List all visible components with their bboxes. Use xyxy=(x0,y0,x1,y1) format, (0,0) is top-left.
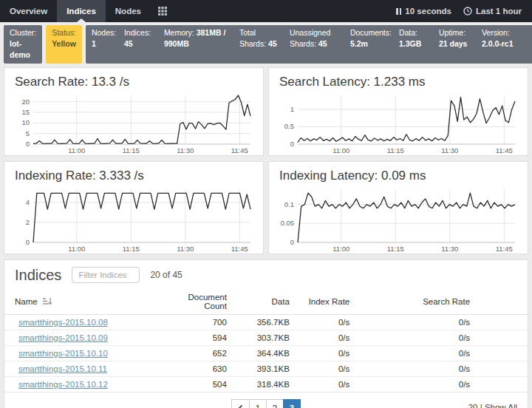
data-size-cell: 318.4KB xyxy=(227,376,290,392)
charts-row-1: Search Rate: 13.3 /s 11:0011:1511:3011:4… xyxy=(4,67,528,156)
x-axis-tick-label: 11:30 xyxy=(441,245,458,253)
cluster-status-bar: Cluster: lot-demo Status: Yellow Nodes: … xyxy=(4,25,528,64)
search-rate-cell: 0/s xyxy=(349,361,470,376)
search-rate-cell: 0/s xyxy=(349,314,470,330)
search-rate-cell: 0/s xyxy=(349,376,470,392)
page-size-control: 20 | Show All xyxy=(468,403,517,408)
indexing-rate-title: Indexing Rate: 3.333 /s xyxy=(4,162,263,185)
indexing-latency-panel: Indexing Latency: 0.09 ms 11:0011:1511:3… xyxy=(268,161,528,254)
filter-indices-input[interactable] xyxy=(72,267,140,283)
column-header-spacer xyxy=(470,290,528,315)
chart-line xyxy=(33,193,250,242)
pagination-page-1[interactable]: 1 xyxy=(249,399,267,408)
y-axis-tick-label: 10 xyxy=(21,118,30,126)
status-cell-label: Indices: xyxy=(124,28,151,37)
charts-row-2: Indexing Rate: 3.333 /s 11:0011:1511:301… xyxy=(4,161,528,254)
apps-grid-button[interactable] xyxy=(151,0,174,22)
status-cell-label: Nodes: xyxy=(92,28,116,37)
pager: 123 xyxy=(231,399,301,408)
index-rate-cell: 0/s xyxy=(290,330,349,345)
indices-panel: Indices 20 of 45 Name xyxy=(4,259,528,408)
chart-line xyxy=(33,95,250,143)
search-rate-cell: 0/s xyxy=(349,330,470,345)
cluster-metrics-strip: Nodes: 1Indices: 45Memory: 381MB / 990MB… xyxy=(86,25,532,64)
nav-tab-overview[interactable]: Overview xyxy=(0,0,57,22)
status-cell-value: 45 xyxy=(268,39,277,48)
index-link[interactable]: smartthings-2015.10.09 xyxy=(18,333,108,342)
x-axis-tick-label: 11:00 xyxy=(68,146,85,154)
index-link[interactable]: smartthings-2015.10.12 xyxy=(18,380,108,389)
indices-table: Name Document Count Data Index Rate Sear… xyxy=(4,290,528,392)
status-cell-nodes: Nodes: 1 xyxy=(87,27,120,61)
chevron-left-icon xyxy=(237,404,244,408)
status-cell-label: Memory: xyxy=(164,28,197,37)
document-count-cell: 504 xyxy=(177,376,227,392)
x-axis-tick-label: 11:45 xyxy=(231,245,248,253)
page-size-divider: | xyxy=(480,403,482,408)
search-rate-panel: Search Rate: 13.3 /s 11:0011:1511:3011:4… xyxy=(4,67,264,156)
column-header-index-rate[interactable]: Index Rate xyxy=(290,290,349,315)
top-navbar: Overview Indices Nodes 10 seconds Last 1… xyxy=(0,0,532,22)
show-all-link[interactable]: Show All xyxy=(485,403,517,408)
index-rate-cell: 0/s xyxy=(290,376,349,392)
x-axis-tick-label: 11:15 xyxy=(387,146,404,154)
index-link[interactable]: smartthings-2015.10.10 xyxy=(18,349,108,358)
nav-tab-nodes[interactable]: Nodes xyxy=(106,0,151,22)
y-axis-tick-label: 0 xyxy=(26,140,30,148)
search-rate-title: Search Rate: 13.3 /s xyxy=(4,68,263,91)
cluster-value: lot-demo xyxy=(10,39,30,59)
table-row: smartthings-2015.10.12504318.4KB0/s0/s xyxy=(4,376,528,392)
status-cell-memory: Memory: 381MB / 990MB xyxy=(160,27,235,61)
page-size-value: 20 xyxy=(468,403,478,408)
refresh-interval-control[interactable]: 10 seconds xyxy=(393,7,454,16)
document-count-cell: 700 xyxy=(177,314,227,330)
column-header-document-count[interactable]: Document Count xyxy=(177,290,227,315)
time-range-control[interactable]: Last 1 hour xyxy=(460,7,525,16)
column-header-search-rate[interactable]: Search Rate xyxy=(349,290,470,315)
nav-tab-indices-label: Indices xyxy=(66,7,96,16)
grid-icon xyxy=(158,7,167,16)
table-row: smartthings-2015.10.09594303.7KB0/s0/s xyxy=(4,330,528,345)
spacer-cell xyxy=(470,314,528,330)
x-axis-tick-label: 11:15 xyxy=(123,146,140,154)
table-row: smartthings-2015.10.10652364.4KB0/s0/s xyxy=(4,345,528,361)
pagination-page-3[interactable]: 3 xyxy=(283,399,301,408)
indexing-rate-chart[interactable]: 11:0011:1511:3011:45024 xyxy=(8,185,259,254)
column-header-data[interactable]: Data xyxy=(227,290,290,315)
cluster-name-cell: Cluster: lot-demo xyxy=(4,25,42,64)
x-axis-tick-label: 11:45 xyxy=(496,146,513,154)
y-axis-tick-label: 15 xyxy=(21,108,30,116)
spacer-cell xyxy=(470,345,528,361)
data-size-cell: 356.7KB xyxy=(227,314,290,330)
column-header-name[interactable]: Name xyxy=(4,290,177,315)
search-latency-chart[interactable]: 11:0011:1511:3011:4500.51 xyxy=(273,91,524,155)
status-cell-value: 1.3GB xyxy=(399,39,421,48)
indexing-latency-chart[interactable]: 11:0011:1511:3011:4500.050.1 xyxy=(273,185,524,254)
data-size-cell: 364.4KB xyxy=(227,345,290,361)
x-axis-tick-label: 11:15 xyxy=(387,245,404,253)
x-axis-tick-label: 11:00 xyxy=(332,245,349,253)
chart-line xyxy=(298,193,515,242)
table-header-row: Name Document Count Data Index Rate Sear… xyxy=(4,290,528,315)
x-axis-tick-label: 11:15 xyxy=(123,245,140,253)
index-link[interactable]: smartthings-2015.10.11 xyxy=(18,364,107,373)
status-cell-value: 45 xyxy=(124,39,133,48)
index-name-cell: smartthings-2015.10.11 xyxy=(4,361,177,376)
status-label: Status: xyxy=(52,28,76,37)
x-axis-tick-label: 11:00 xyxy=(332,146,349,154)
refresh-interval-label: 10 seconds xyxy=(405,7,451,16)
indexing-rate-panel: Indexing Rate: 3.333 /s 11:0011:1511:301… xyxy=(4,161,264,254)
status-cell-value: 45 xyxy=(318,39,327,48)
status-cell-total-shards: Total Shards: 45 xyxy=(235,27,285,61)
pagination-prev-button[interactable] xyxy=(231,399,250,408)
x-axis-tick-label: 11:30 xyxy=(177,146,194,154)
status-cell-value: 21 days xyxy=(439,39,468,48)
indices-header: Indices 20 of 45 xyxy=(4,267,528,284)
y-axis-tick-label: 4 xyxy=(26,197,30,205)
pagination-page-2[interactable]: 2 xyxy=(266,399,284,408)
nav-tab-indices[interactable]: Indices xyxy=(57,0,106,22)
status-cell-value: 1 xyxy=(92,39,96,48)
y-axis-tick-label: 0 xyxy=(26,238,30,246)
index-link[interactable]: smartthings-2015.10.08 xyxy=(18,318,108,327)
search-rate-chart[interactable]: 11:0011:1511:3011:4505101520 xyxy=(8,91,259,155)
